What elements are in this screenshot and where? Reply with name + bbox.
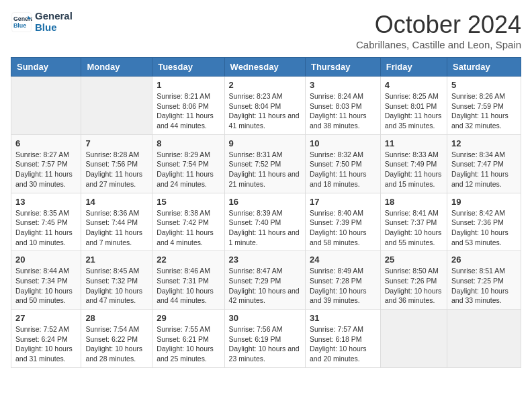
header-cell-wednesday: Wednesday <box>224 58 305 77</box>
day-cell: 1Sunrise: 8:21 AMSunset: 8:06 PMDaylight… <box>152 77 224 135</box>
day-info: Sunrise: 8:33 AMSunset: 7:49 PMDaylight:… <box>385 150 443 189</box>
day-info: Sunrise: 8:34 AMSunset: 7:47 PMDaylight:… <box>451 150 517 189</box>
svg-text:General: General <box>13 15 32 22</box>
day-number: 25 <box>385 255 443 265</box>
header-cell-thursday: Thursday <box>305 58 380 77</box>
day-info: Sunrise: 8:40 AMSunset: 7:39 PMDaylight:… <box>310 208 376 248</box>
page-header: General Blue General Blue October 2024 C… <box>11 11 521 50</box>
day-info: Sunrise: 8:39 AMSunset: 7:40 PMDaylight:… <box>229 208 301 248</box>
day-number: 9 <box>229 138 301 148</box>
day-cell: 6Sunrise: 8:27 AMSunset: 7:57 PMDaylight… <box>11 134 81 193</box>
day-number: 14 <box>85 197 148 207</box>
day-number: 26 <box>451 255 517 265</box>
day-cell: 17Sunrise: 8:40 AMSunset: 7:39 PMDayligh… <box>305 193 380 251</box>
day-info: Sunrise: 8:35 AMSunset: 7:45 PMDaylight:… <box>15 208 77 248</box>
day-info: Sunrise: 8:46 AMSunset: 7:31 PMDaylight:… <box>157 266 220 306</box>
day-number: 4 <box>385 80 443 90</box>
day-info: Sunrise: 8:49 AMSunset: 7:28 PMDaylight:… <box>310 266 376 306</box>
day-number: 30 <box>229 313 301 323</box>
day-cell: 2Sunrise: 8:23 AMSunset: 8:04 PMDaylight… <box>224 77 305 135</box>
day-number: 1 <box>157 80 220 90</box>
day-cell: 5Sunrise: 8:26 AMSunset: 7:59 PMDaylight… <box>447 77 521 135</box>
day-cell <box>447 310 521 368</box>
week-row-5: 27Sunrise: 7:52 AMSunset: 6:24 PMDayligh… <box>11 310 521 368</box>
day-info: Sunrise: 8:32 AMSunset: 7:50 PMDaylight:… <box>310 150 376 189</box>
day-cell: 28Sunrise: 7:54 AMSunset: 6:22 PMDayligh… <box>81 310 152 368</box>
day-cell: 20Sunrise: 8:44 AMSunset: 7:34 PMDayligh… <box>11 251 81 310</box>
day-number: 24 <box>310 255 376 265</box>
svg-text:Blue: Blue <box>13 22 26 29</box>
main-title: October 2024 <box>356 11 521 39</box>
day-number: 13 <box>15 197 77 207</box>
day-cell: 8Sunrise: 8:29 AMSunset: 7:54 PMDaylight… <box>152 134 224 193</box>
day-cell: 16Sunrise: 8:39 AMSunset: 7:40 PMDayligh… <box>224 193 305 251</box>
day-cell: 11Sunrise: 8:33 AMSunset: 7:49 PMDayligh… <box>380 134 447 193</box>
day-info: Sunrise: 8:29 AMSunset: 7:54 PMDaylight:… <box>157 150 220 189</box>
day-info: Sunrise: 7:52 AMSunset: 6:24 PMDaylight:… <box>15 324 77 364</box>
day-number: 22 <box>157 255 220 265</box>
day-cell: 13Sunrise: 8:35 AMSunset: 7:45 PMDayligh… <box>11 193 81 251</box>
calendar-body: 1Sunrise: 8:21 AMSunset: 8:06 PMDaylight… <box>11 77 521 368</box>
day-number: 20 <box>15 255 77 265</box>
day-cell: 29Sunrise: 7:55 AMSunset: 6:21 PMDayligh… <box>152 310 224 368</box>
day-cell: 12Sunrise: 8:34 AMSunset: 7:47 PMDayligh… <box>447 134 521 193</box>
day-info: Sunrise: 8:23 AMSunset: 8:04 PMDaylight:… <box>229 91 301 131</box>
day-cell: 3Sunrise: 8:24 AMSunset: 8:03 PMDaylight… <box>305 77 380 135</box>
day-cell <box>380 310 447 368</box>
day-cell: 21Sunrise: 8:45 AMSunset: 7:32 PMDayligh… <box>81 251 152 310</box>
day-number: 27 <box>15 313 77 323</box>
day-info: Sunrise: 7:55 AMSunset: 6:21 PMDaylight:… <box>157 324 220 364</box>
day-number: 3 <box>310 80 376 90</box>
title-block: October 2024 Cabrillanes, Castille and L… <box>356 11 521 50</box>
day-cell: 9Sunrise: 8:31 AMSunset: 7:52 PMDaylight… <box>224 134 305 193</box>
day-cell <box>81 77 152 135</box>
day-cell: 10Sunrise: 8:32 AMSunset: 7:50 PMDayligh… <box>305 134 380 193</box>
day-number: 19 <box>451 197 517 207</box>
day-info: Sunrise: 8:31 AMSunset: 7:52 PMDaylight:… <box>229 150 301 189</box>
week-row-4: 20Sunrise: 8:44 AMSunset: 7:34 PMDayligh… <box>11 251 521 310</box>
day-info: Sunrise: 8:27 AMSunset: 7:57 PMDaylight:… <box>15 150 77 189</box>
day-cell: 23Sunrise: 8:47 AMSunset: 7:29 PMDayligh… <box>224 251 305 310</box>
day-number: 31 <box>310 313 376 323</box>
day-info: Sunrise: 8:38 AMSunset: 7:42 PMDaylight:… <box>157 208 220 248</box>
week-row-1: 1Sunrise: 8:21 AMSunset: 8:06 PMDaylight… <box>11 77 521 135</box>
day-cell: 24Sunrise: 8:49 AMSunset: 7:28 PMDayligh… <box>305 251 380 310</box>
day-cell: 4Sunrise: 8:25 AMSunset: 8:01 PMDaylight… <box>380 77 447 135</box>
calendar-header: SundayMondayTuesdayWednesdayThursdayFrid… <box>11 58 521 77</box>
day-info: Sunrise: 7:56 AMSunset: 6:19 PMDaylight:… <box>229 324 301 364</box>
logo-text-general: General <box>35 11 73 22</box>
day-number: 10 <box>310 138 376 148</box>
header-cell-sunday: Sunday <box>11 58 81 77</box>
header-cell-tuesday: Tuesday <box>152 58 224 77</box>
day-number: 8 <box>157 138 220 148</box>
day-cell: 26Sunrise: 8:51 AMSunset: 7:25 PMDayligh… <box>447 251 521 310</box>
day-info: Sunrise: 8:42 AMSunset: 7:36 PMDaylight:… <box>451 208 517 248</box>
day-cell: 27Sunrise: 7:52 AMSunset: 6:24 PMDayligh… <box>11 310 81 368</box>
day-cell: 19Sunrise: 8:42 AMSunset: 7:36 PMDayligh… <box>447 193 521 251</box>
day-info: Sunrise: 8:26 AMSunset: 7:59 PMDaylight:… <box>451 91 517 131</box>
subtitle: Cabrillanes, Castille and Leon, Spain <box>356 39 521 50</box>
day-info: Sunrise: 7:54 AMSunset: 6:22 PMDaylight:… <box>85 324 148 364</box>
day-cell: 7Sunrise: 8:28 AMSunset: 7:56 PMDaylight… <box>81 134 152 193</box>
day-info: Sunrise: 8:21 AMSunset: 8:06 PMDaylight:… <box>157 91 220 131</box>
day-number: 15 <box>157 197 220 207</box>
day-cell: 18Sunrise: 8:41 AMSunset: 7:37 PMDayligh… <box>380 193 447 251</box>
day-info: Sunrise: 8:25 AMSunset: 8:01 PMDaylight:… <box>385 91 443 131</box>
day-cell: 25Sunrise: 8:50 AMSunset: 7:26 PMDayligh… <box>380 251 447 310</box>
logo: General Blue General Blue <box>11 11 73 33</box>
day-cell: 22Sunrise: 8:46 AMSunset: 7:31 PMDayligh… <box>152 251 224 310</box>
day-number: 17 <box>310 197 376 207</box>
day-number: 5 <box>451 80 517 90</box>
week-row-3: 13Sunrise: 8:35 AMSunset: 7:45 PMDayligh… <box>11 193 521 251</box>
day-info: Sunrise: 8:47 AMSunset: 7:29 PMDaylight:… <box>229 266 301 306</box>
logo-text-blue: Blue <box>35 22 73 34</box>
header-cell-monday: Monday <box>81 58 152 77</box>
day-number: 12 <box>451 138 517 148</box>
day-number: 11 <box>385 138 443 148</box>
day-number: 16 <box>229 197 301 207</box>
day-number: 6 <box>15 138 77 148</box>
header-cell-saturday: Saturday <box>447 58 521 77</box>
day-number: 21 <box>85 255 148 265</box>
day-info: Sunrise: 8:51 AMSunset: 7:25 PMDaylight:… <box>451 266 517 306</box>
day-cell: 30Sunrise: 7:56 AMSunset: 6:19 PMDayligh… <box>224 310 305 368</box>
